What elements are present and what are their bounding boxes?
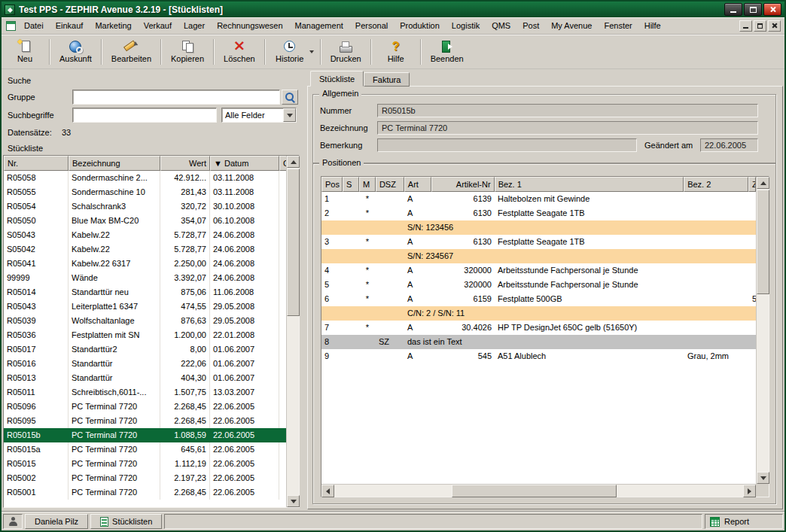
chevron-down-icon[interactable] [283, 108, 296, 122]
positions-column-header-art[interactable]: Art [404, 177, 431, 192]
document-icon[interactable] [6, 21, 16, 31]
list-column-header-g[interactable]: G [279, 156, 286, 171]
scroll-left-button[interactable] [321, 485, 334, 497]
scroll-thumb[interactable] [452, 485, 617, 497]
position-row[interactable]: 3*A6130Festplatte Seagate 1TB [321, 235, 756, 249]
scroll-down-button[interactable] [287, 495, 300, 507]
menu-item-fenster[interactable]: Fenster [598, 18, 638, 33]
position-row[interactable]: 2*A6130Festplatte Seagate 1TB [321, 206, 756, 220]
list-row[interactable]: R05043Leiterplatte1 6347474,5529.05.2008 [4, 299, 286, 314]
positions-column-header-pos[interactable]: Pos [321, 177, 343, 192]
menu-item-datei[interactable]: Datei [18, 18, 50, 33]
status-tab-stuecklisten[interactable]: Stücklisten [90, 514, 162, 529]
position-row[interactable]: 4*A320000Arbeitsstunde Fachpersonal je S… [321, 263, 756, 278]
position-row[interactable]: 7*A30.4026HP TP DesignJet 650C gelb (516… [321, 321, 756, 335]
list-row[interactable]: R05041Kabelw.22 63172.250,0024.06.2008 [4, 257, 286, 271]
scroll-up-button[interactable] [757, 177, 769, 189]
menu-item-qms[interactable]: QMS [486, 18, 516, 33]
gruppe-search-button[interactable] [282, 90, 298, 105]
positions-column-header-ze[interactable]: Ze [748, 177, 756, 192]
list-row[interactable]: R05002PC Terminal 77202.197,2322.06.2005 [4, 471, 286, 485]
mdi-minimize-button[interactable] [739, 20, 752, 32]
nummer-field[interactable]: R05015b [377, 104, 758, 117]
position-row[interactable]: 9A545A51 AlublechGrau, 2mm [321, 349, 756, 363]
toolbar-button-hilfe[interactable]: Hilfe [376, 36, 416, 68]
close-button[interactable] [763, 3, 781, 16]
report-panel[interactable]: Report [705, 514, 783, 529]
scroll-up-button[interactable] [287, 156, 300, 168]
geaendert-field[interactable]: 22.06.2005 [700, 138, 758, 152]
list-row[interactable]: R05050Blue Max BM-C20354,0706.10.2008 [4, 214, 286, 228]
menu-item-hilfe[interactable]: Hilfe [638, 18, 667, 33]
list-column-header-datum[interactable]: ▼ Datum [210, 156, 279, 171]
scroll-thumb[interactable] [757, 190, 769, 294]
suchbegriffe-input[interactable] [72, 108, 217, 123]
toolbar-button-historie[interactable]: Historie [270, 36, 310, 68]
menu-item-marketing[interactable]: Marketing [89, 18, 137, 33]
scroll-right-button[interactable] [743, 485, 756, 497]
list-row[interactable]: R05036Festplatten mit SN1.200,0022.01.20… [4, 328, 286, 342]
mdi-restore-button[interactable] [754, 20, 766, 32]
tab-faktura[interactable]: Faktura [364, 72, 410, 87]
positions-column-header-artikel-nr[interactable]: Artikel-Nr [431, 177, 495, 192]
list-row[interactable]: R05015bPC Terminal 77201.088,5922.06.200… [4, 428, 286, 442]
mdi-close-button[interactable] [768, 20, 781, 32]
position-row[interactable]: C/N: 2 / S/N: 11 [321, 306, 756, 321]
list-column-header-bezeichnung[interactable]: Bezeichnung [69, 156, 160, 171]
toolbar-button-neu[interactable]: Neu [5, 36, 45, 68]
toolbar-button-drucken[interactable]: Drucken [325, 36, 367, 68]
history-dropdown-button[interactable] [307, 37, 316, 67]
position-row[interactable]: S/N: 234567 [321, 249, 756, 263]
tab-stueckliste[interactable]: Stückliste [310, 71, 364, 87]
gruppe-input[interactable] [72, 90, 280, 105]
positions-column-header-bez-2[interactable]: Bez. 2 [684, 177, 748, 192]
position-row[interactable]: 5*A320000Arbeitsstunde Fachpersonal je S… [321, 278, 756, 292]
bemerkung-field[interactable] [377, 138, 637, 152]
list-row[interactable]: R05017Standarttür28,0001.06.2007 [4, 342, 286, 357]
menu-item-verkauf[interactable]: Verkauf [138, 18, 178, 33]
list-row[interactable]: R05055Sondermaschine 10281,4303.11.2008 [4, 185, 286, 199]
positions-column-header-m[interactable]: M [359, 177, 376, 192]
position-row[interactable]: 8SZdas ist ein Text [321, 335, 756, 349]
scroll-down-button[interactable] [757, 472, 769, 484]
list-row[interactable]: R05011Schreibtisch,6011-...1.507,7513.03… [4, 385, 286, 400]
list-row[interactable]: S05043Kabelw.225.728,7724.06.2008 [4, 228, 286, 242]
list-row[interactable]: R05014Standarttür neu875,0611.06.2008 [4, 285, 286, 299]
menu-item-my-avenue[interactable]: My Avenue [545, 18, 598, 33]
bezeichnung-field[interactable]: PC Terminal 7720 [377, 121, 758, 135]
menu-item-personal[interactable]: Personal [349, 18, 394, 33]
menu-item-post[interactable]: Post [516, 18, 545, 33]
menu-item-produktion[interactable]: Produktion [394, 18, 446, 33]
position-row[interactable]: S/N: 123456 [321, 220, 756, 235]
toolbar-button-beenden[interactable]: Beenden [425, 36, 469, 68]
menu-item-rechnungswesen[interactable]: Rechnungswesen [211, 18, 288, 33]
menu-item-einkauf[interactable]: Einkauf [50, 18, 90, 33]
positions-column-header-s[interactable]: S [343, 177, 359, 192]
list-row[interactable]: R05015aPC Terminal 7720645,6122.06.2005 [4, 442, 286, 457]
list-row[interactable]: R05015PC Terminal 77201.112,1922.06.2005 [4, 457, 286, 471]
list-row[interactable]: R05054Schalschrank3320,7230.10.2008 [4, 199, 286, 214]
list-row[interactable]: R05039Wolfschaltanlage876,6329.05.2008 [4, 314, 286, 328]
toolbar-button-auskunft[interactable]: Auskunft [54, 36, 97, 68]
list-row[interactable]: R05096PC Terminal 77202.268,4522.06.2005 [4, 400, 286, 414]
list-row[interactable]: R05095PC Terminal 77202.268,4522.06.2005 [4, 414, 286, 428]
menu-item-logistik[interactable]: Logistik [446, 18, 486, 33]
list-row[interactable]: R05058Sondermaschine 2...42.912...03.11.… [4, 171, 286, 185]
toolbar-button-kopieren[interactable]: Kopieren [166, 36, 209, 68]
scroll-thumb[interactable] [287, 169, 300, 316]
list-row[interactable]: 99999Wände3.392,0724.06.2008 [4, 271, 286, 285]
list-column-header-wert[interactable]: Wert [160, 156, 210, 171]
status-tab-user[interactable]: Daniela Pilz [25, 514, 88, 529]
position-row[interactable]: 1*A6139Haltebolzen mit Gewinde [321, 192, 756, 206]
menu-item-lager[interactable]: Lager [178, 18, 211, 33]
maximize-button[interactable] [744, 3, 762, 16]
felder-select[interactable]: Alle Felder [221, 108, 297, 123]
positions-vscrollbar[interactable] [756, 177, 769, 484]
positions-column-header-bez-1[interactable]: Bez. 1 [495, 177, 684, 192]
toolbar-button-l-schen[interactable]: Löschen [218, 36, 260, 68]
list-row[interactable]: R05001PC Terminal 77202.268,4522.06.2005 [4, 485, 286, 500]
list-row[interactable]: S05042Kabelw.225.728,7724.06.2008 [4, 242, 286, 257]
positions-column-header-dsz[interactable]: DSZ [376, 177, 404, 192]
list-row[interactable]: R05016Standarttür222,0601.06.2007 [4, 357, 286, 371]
positions-hscrollbar[interactable] [321, 484, 756, 497]
